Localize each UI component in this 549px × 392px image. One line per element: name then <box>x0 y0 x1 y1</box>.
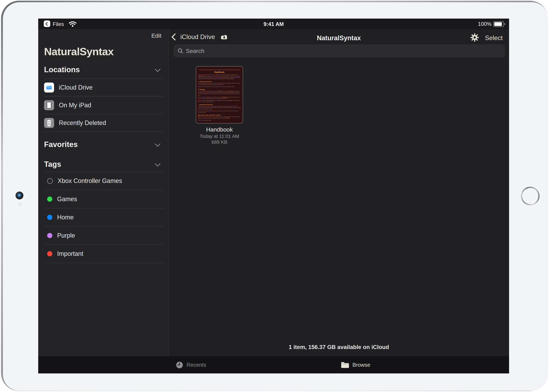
file-thumbnail: Handbook Welcome to Natural Syntax, with… <box>196 66 243 123</box>
tag-dot-icon <box>47 233 52 238</box>
chevron-down-icon <box>155 66 161 72</box>
battery-icon <box>493 21 504 27</box>
tag-dot-icon <box>47 196 52 202</box>
tag-item-important[interactable]: Important <box>44 245 164 263</box>
front-camera <box>15 191 23 199</box>
section-header-tags[interactable]: Tags <box>44 160 163 168</box>
settings-button[interactable] <box>470 33 479 42</box>
tab-browse[interactable]: Browse <box>341 356 370 373</box>
light-sensor <box>19 203 22 206</box>
tag-item-purple[interactable]: Purple <box>44 227 164 245</box>
sidebar-item-on-my-ipad[interactable]: On My iPad <box>44 97 164 114</box>
chevron-down-icon <box>155 161 161 167</box>
search-input[interactable]: Search <box>173 44 505 57</box>
item-count-summary: 1 item, 156.37 GB available on iCloud <box>169 344 509 350</box>
gear-icon <box>470 33 479 42</box>
sidebar-item-recently-deleted[interactable]: Recently Deleted <box>44 114 164 132</box>
edit-button[interactable]: Edit <box>151 32 161 39</box>
tab-recents[interactable]: Recents <box>175 356 206 373</box>
tab-bar: Recents Browse <box>38 356 509 373</box>
tag-item-games[interactable]: Games <box>44 190 164 208</box>
screen: Files 9:41 AM 100% Edit NaturalSyntax Lo… <box>38 19 509 373</box>
folder-icon <box>341 361 349 369</box>
select-button[interactable]: Select <box>485 34 503 42</box>
file-preview-body: Welcome to Natural Syntax, within it you… <box>198 74 241 121</box>
back-chevron-icon <box>171 33 179 41</box>
tag-dot-icon <box>47 215 52 220</box>
tag-item-xbox-controller-games[interactable]: Xbox Controller Games <box>44 172 164 190</box>
sidebar-divider <box>169 29 169 356</box>
section-header-locations[interactable]: Locations <box>44 65 163 74</box>
preview-title: Handbook <box>198 71 241 73</box>
app-title: NaturalSyntax <box>44 45 114 58</box>
status-time: 9:41 AM <box>38 21 509 27</box>
icloud-drive-icon <box>44 83 54 92</box>
tag-dot-icon <box>47 251 52 256</box>
search-placeholder: Search <box>186 48 204 54</box>
sidebar-item-icloud-drive[interactable]: iCloud Drive <box>44 79 164 97</box>
chevron-down-icon <box>155 141 161 147</box>
clock-icon <box>175 361 183 369</box>
status-bar: Files 9:41 AM 100% <box>38 19 509 29</box>
file-size: 689 KB <box>186 140 253 145</box>
section-header-favorites[interactable]: Favorites <box>44 140 163 149</box>
tag-item-home[interactable]: Home <box>44 208 164 227</box>
home-button[interactable] <box>521 187 540 205</box>
file-name: Handbook <box>186 126 253 133</box>
sidebar: Edit NaturalSyntax Locations iCloud D <box>38 29 169 356</box>
ipad-icon <box>44 100 54 110</box>
battery-percent: 100% <box>478 21 491 27</box>
search-icon <box>177 48 183 54</box>
cloud-download-icon[interactable] <box>220 34 229 40</box>
trash-icon <box>44 118 54 128</box>
tag-circle-icon <box>47 178 53 184</box>
file-modified: Today at 11:01 AM <box>186 133 253 139</box>
back-button[interactable]: iCloud Drive <box>173 33 229 41</box>
